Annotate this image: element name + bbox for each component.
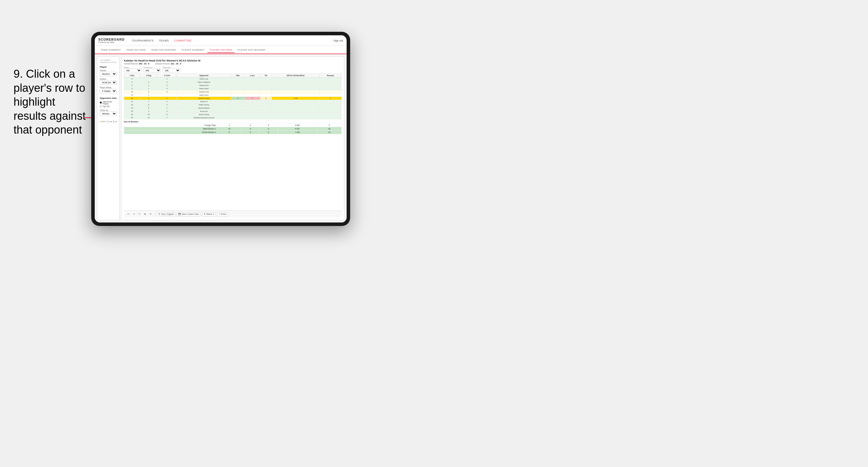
legend-up-label: Up: [115, 121, 117, 122]
col-loss: Loss: [245, 74, 260, 77]
filter-opponent: Opponent (All): [163, 66, 180, 72]
region-label: Region: [124, 66, 142, 68]
out-division-title: Out of division: [124, 121, 342, 123]
division-label: Division: [100, 78, 117, 80]
save-label: Save Custom View: [182, 213, 199, 215]
table-row[interactable]: 19106Emily Chang: [124, 113, 342, 116]
grid-table-wrapper: # Div # Reg # Conf Opponent Win Loss Tie…: [124, 73, 342, 210]
right-panel: Katelyn Vo Head-to-Head Grid for Women's…: [121, 57, 344, 220]
save-icon: 💾: [178, 213, 181, 215]
main-content: Last Updated: 27/03/2024 16:55:28 Player…: [95, 54, 347, 222]
division-select[interactable]: NCAA Division III: [100, 80, 117, 85]
conference-select[interactable]: (All): [143, 68, 161, 72]
radio-group: Opponents Played Top 100: [100, 101, 117, 107]
table-row[interactable]: 1474Eunice Yi: [124, 100, 342, 103]
share-label: Share: [221, 213, 226, 215]
radio-circle-top100: [100, 105, 102, 107]
filters-row: Region (All) Conference (All) Opponent: [124, 66, 342, 72]
toolbar-sep: [154, 212, 155, 216]
left-panel: Last Updated: 27/03/2024 16:55:28 Player…: [97, 57, 120, 220]
player-rank-label: Player (Rank): [100, 87, 117, 89]
undo-btn[interactable]: ↩: [126, 212, 131, 216]
save-custom-view-btn[interactable]: 💾 Save Custom View: [177, 212, 201, 216]
list-item[interactable]: NAIA Division 115009.26730: [124, 127, 342, 131]
player-section-title: Player: [100, 66, 117, 68]
out-table: Foreign Team1004.5002NAIA Division 11500…: [124, 123, 342, 134]
grid-table: # Div # Reg # Conf Opponent Win Loss Tie…: [124, 73, 342, 120]
legend-down-label: Down: [101, 121, 105, 122]
col-rounds: Rounds: [319, 74, 342, 77]
table-row[interactable]: 20117Federica Domecq Lacroze: [124, 116, 342, 120]
filter-region: Region (All): [124, 66, 142, 72]
list-item[interactable]: Foreign Team1004.5002: [124, 124, 342, 127]
opponent-view-title: Opponent view: [100, 97, 117, 99]
sub-nav: TEAM SUMMARY TEAM H2H GRID TEAM H2H HEAT…: [95, 46, 347, 54]
gender-label: Gender: [100, 69, 117, 71]
legend-level-label: Level: [108, 121, 112, 122]
annotation-text: 9. Click on a player's row to highlight …: [13, 67, 90, 137]
logo-title: SCOREBOARD: [98, 38, 124, 41]
tab-player-h2h-grid[interactable]: PLAYER H2H GRID: [208, 48, 235, 53]
tab-team-h2h-heatmap[interactable]: TEAM H2H HEATMAP: [149, 48, 179, 53]
radio-circle-played: [100, 101, 102, 103]
nav-teams[interactable]: TEAMS: [157, 37, 171, 44]
overall-record-value: 353 - 34 - 6: [139, 63, 150, 65]
logo-sub: Powered by clippi: [98, 41, 124, 43]
tab-player-h2h-heatmap[interactable]: PLAYER H2H HEATMAP: [235, 48, 268, 53]
filter-conference: Conference (All): [143, 66, 161, 72]
nav-bar: SCOREBOARD Powered by clippi TOURNAMENTS…: [95, 35, 347, 46]
table-row[interactable]: 1691Jessica Mason: [124, 106, 342, 110]
grid-title: Katelyn Vo Head-to-Head Grid for Women's…: [124, 59, 342, 62]
redo-btn[interactable]: ↪: [132, 212, 136, 216]
table-row[interactable]: 1585Stella Cheng: [124, 103, 342, 106]
col-reg: # Reg: [140, 74, 157, 77]
list-item[interactable]: NCAA Division 25007.40010: [124, 131, 342, 134]
watch-icon: 👁: [204, 213, 206, 215]
table-row[interactable]: 31Esther Lee: [124, 77, 342, 81]
table-row[interactable]: 131Heeju Hyun: [124, 94, 342, 97]
table-row[interactable]: 1822Euna Lee: [124, 110, 342, 113]
radio-top100[interactable]: Top 100: [100, 105, 117, 107]
toolbar: ↩ ↪ ✂ ⧉ ↺ 👁 View: Original 💾 Save Custom…: [124, 210, 342, 217]
watch-btn[interactable]: 👁 Watch ▾: [202, 212, 216, 216]
division-record-value: 331 - 34 - 6: [170, 63, 181, 65]
colour-by-label: Colour by: [100, 109, 117, 111]
col-conf: # Conf: [157, 74, 177, 77]
table-row[interactable]: 1063Andrea York: [124, 90, 342, 94]
col-opponent: Opponent: [177, 74, 231, 77]
tab-team-summary[interactable]: TEAM SUMMARY: [98, 48, 123, 53]
cut-btn[interactable]: ✂: [137, 212, 142, 216]
tablet-screen: SCOREBOARD Powered by clippi TOURNAMENTS…: [95, 35, 347, 222]
table-row[interactable]: 914Sharon Mun: [124, 87, 342, 90]
conference-label: Conference: [143, 66, 161, 68]
col-tie: Tie: [260, 74, 272, 77]
opponent-select[interactable]: (All): [163, 68, 180, 72]
view-label: View: Original: [161, 213, 174, 215]
table-row[interactable]: 613Sydney Kuo: [124, 84, 342, 87]
colour-by-select[interactable]: Win/loss: [100, 112, 117, 116]
tab-team-h2h-grid[interactable]: TEAM H2H GRID: [124, 48, 148, 53]
tab-player-summary[interactable]: PLAYER SUMMARY: [179, 48, 207, 53]
col-win: Win: [231, 74, 245, 77]
nav-committee[interactable]: COMMITTEE: [172, 37, 194, 44]
tablet-frame: SCOREBOARD Powered by clippi TOURNAMENTS…: [91, 32, 350, 226]
player-rank-select[interactable]: 8. Katelyn Vo: [100, 89, 117, 93]
copy-btn[interactable]: ⧉: [143, 212, 147, 216]
legend: Down Level Up: [100, 120, 117, 123]
overall-record-label: Overall Record:: [124, 63, 138, 65]
sign-out-link[interactable]: Sign out: [333, 39, 343, 42]
view-icon: 👁: [158, 213, 160, 215]
region-select[interactable]: (All): [124, 68, 142, 72]
refresh-btn[interactable]: ↺: [148, 212, 153, 216]
gender-select[interactable]: Women's: [100, 72, 117, 76]
table-row[interactable]: 522Alexis Sudjianto: [124, 81, 342, 84]
logo: SCOREBOARD Powered by clippi: [98, 38, 124, 43]
grid-records: Overall Record: 353 - 34 - 6 Division Re…: [124, 63, 342, 65]
table-row[interactable]: 1315Jessica Huang010-3.002: [124, 97, 342, 100]
radio-opponents-played[interactable]: Opponents Played: [100, 101, 117, 105]
view-original-btn[interactable]: 👁 View: Original: [157, 212, 175, 216]
share-btn[interactable]: ↗ Share: [217, 212, 228, 216]
nav-links: TOURNAMENTS TEAMS COMMITTEE: [129, 37, 331, 44]
nav-tournaments[interactable]: TOURNAMENTS: [129, 37, 156, 44]
col-diff: Diff Av Strokes/Rnd: [272, 74, 319, 77]
